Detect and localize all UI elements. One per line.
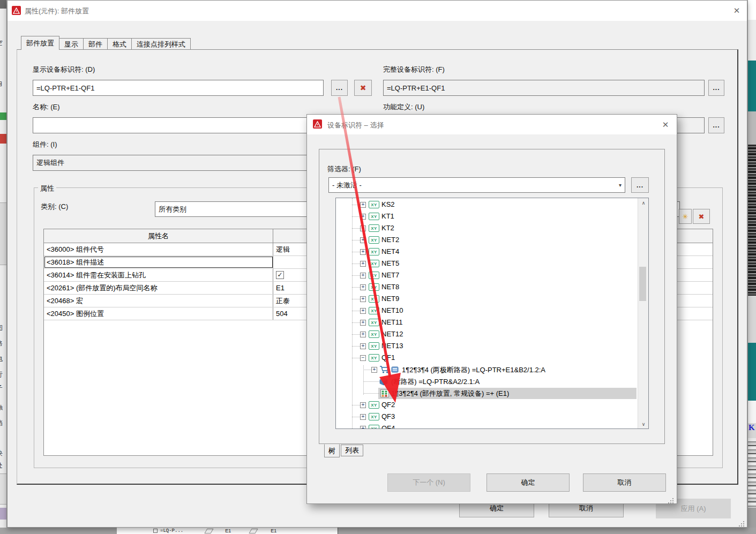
attribute-name-cell[interactable]: <36014> 组件需在安装面上钻孔 xyxy=(44,269,273,281)
tree-item[interactable]: −XYQF1 xyxy=(336,352,648,364)
background-left-green-icon xyxy=(0,112,6,120)
expand-plus-icon[interactable]: + xyxy=(360,414,366,420)
background-right-teal2 xyxy=(748,343,756,401)
property-new-button[interactable]: ✳ xyxy=(679,209,692,224)
expand-plus-icon[interactable]: + xyxy=(360,214,366,220)
tab-tree[interactable]: 树 xyxy=(324,444,340,457)
background-right-gray xyxy=(748,20,756,61)
tree-item-selected[interactable]: 1¶3¶2¶4 (部件放置, 常规设备) =+ (E1) xyxy=(336,388,648,400)
expand-plus-icon[interactable]: + xyxy=(360,332,366,337)
tree-item[interactable]: +XYQF2 xyxy=(336,400,648,411)
tree-item-label: NET9 xyxy=(381,295,399,303)
scroll-down-button[interactable]: ∨ xyxy=(638,419,649,428)
tree-item[interactable]: +XYNET7 xyxy=(336,270,648,282)
tree-item[interactable]: +XYQF4 xyxy=(336,423,648,429)
main-close-icon[interactable]: ✕ xyxy=(731,5,743,16)
filter-dropdown[interactable]: - 未激活 - ▾ xyxy=(328,177,625,193)
popup-cancel-button[interactable]: 取消 xyxy=(583,473,666,492)
tree-item[interactable]: +XYKT2 xyxy=(336,223,648,235)
part-placement-grid-icon xyxy=(380,389,389,400)
tree-item[interactable]: +XYNET11 xyxy=(336,317,648,329)
full-dt-browse-button[interactable]: ... xyxy=(708,80,724,96)
attribute-name-cell[interactable]: <20261> (部件放置的)布局空间名称 xyxy=(44,282,273,294)
background-left-glyph: 处 xyxy=(0,461,7,470)
attribute-name-cell[interactable]: <20468> 宏 xyxy=(44,295,273,307)
expand-plus-icon[interactable]: + xyxy=(360,426,366,429)
tree-item-label: 1¶3¶2¶4 (部件放置, 常规设备) =+ (E1) xyxy=(391,389,509,398)
tree-item-label: 1¶2¶3¶4 (两极断路器) =LQ-PTR+E1&B2/1.2:A xyxy=(402,365,545,375)
popup-resize-grip[interactable] xyxy=(668,497,675,503)
tree-item[interactable]: +XYNET4 xyxy=(336,246,648,258)
component-input: 逻辑组件 xyxy=(33,155,331,171)
funcdef-browse-button[interactable]: ... xyxy=(708,117,724,133)
expand-plus-icon[interactable]: + xyxy=(360,402,366,408)
filter-browse-button[interactable]: ... xyxy=(631,177,649,193)
tab-2[interactable]: 显示 xyxy=(59,38,84,50)
expand-plus-icon[interactable]: + xyxy=(360,296,366,302)
popup-ok-button[interactable]: 确定 xyxy=(486,473,570,492)
category-value: 所有类别 xyxy=(159,205,186,214)
background-left-glyph: 自 xyxy=(0,79,7,88)
statusbar-checkbox[interactable] xyxy=(153,529,158,533)
expand-plus-icon[interactable]: + xyxy=(360,237,366,243)
expand-plus-icon[interactable]: + xyxy=(360,284,366,290)
tab-active-1[interactable]: 部件放置 xyxy=(21,36,59,50)
expand-plus-icon[interactable]: + xyxy=(360,202,366,208)
tree-item[interactable]: (断路器) =LQ-PTR&A2/2.1:A xyxy=(336,376,648,388)
tree-item[interactable]: +XYNET8 xyxy=(336,282,648,294)
display-dt-browse-button[interactable]: ... xyxy=(331,80,348,96)
attribute-name-cell[interactable]: <20450> 图例位置 xyxy=(44,307,273,320)
name-input[interactable] xyxy=(33,117,331,133)
expand-plus-icon[interactable]: + xyxy=(360,343,366,349)
collapse-minus-icon[interactable]: − xyxy=(360,355,366,361)
tree-item[interactable]: +1¶2¶3¶4 (两极断路器) =LQ-PTR+E1&B2/1.2:A xyxy=(336,364,648,376)
popup-title-bar[interactable]: 设备标识符 – 选择 ✕ xyxy=(307,115,677,134)
tree-connector xyxy=(352,264,360,264)
property-delete-button[interactable]: ✖ xyxy=(693,209,710,224)
main-title-bar[interactable]: 属性(元件): 部件放置 ✕ xyxy=(8,1,747,21)
statusbar-item-3: E1 xyxy=(271,528,276,533)
scroll-up-button[interactable]: ∧ xyxy=(638,198,649,207)
expand-plus-icon[interactable]: + xyxy=(371,367,377,373)
tab-list[interactable]: 列表 xyxy=(341,445,363,456)
attribute-name-cell[interactable]: <36000> 组件代号 xyxy=(44,243,273,255)
tree-item[interactable]: +XYQF3 xyxy=(336,411,648,423)
expand-plus-icon[interactable]: + xyxy=(360,273,366,279)
ok-label: 确定 xyxy=(490,503,504,513)
xy-structure-icon: XY xyxy=(369,330,379,338)
eplan-app-icon xyxy=(12,6,21,15)
expand-plus-icon[interactable]: + xyxy=(360,225,366,231)
tree-item[interactable]: +XYNET13 xyxy=(336,341,648,352)
expand-plus-icon[interactable]: + xyxy=(360,320,366,326)
tree-item[interactable]: +XYNET5 xyxy=(336,258,648,270)
header-property-name[interactable]: 属性名 xyxy=(44,229,273,243)
xy-structure-icon: XY xyxy=(369,248,379,255)
display-dt-input[interactable]: =LQ-PTR+E1-QF1 xyxy=(33,80,324,96)
display-dt-delete-button[interactable]: ✖ xyxy=(354,80,372,96)
main-resize-grip[interactable] xyxy=(739,520,745,526)
expand-plus-icon[interactable]: + xyxy=(360,308,366,314)
tree-item[interactable]: +XYNET12 xyxy=(336,329,648,341)
tree-item-label: NET12 xyxy=(381,330,403,338)
expand-plus-icon[interactable]: + xyxy=(360,249,366,255)
tree-item[interactable]: +XYKT1 xyxy=(336,211,648,223)
attribute-checkbox[interactable]: ✓ xyxy=(276,271,284,279)
tab-3[interactable]: 部件 xyxy=(84,38,108,50)
tree-item-label: KT1 xyxy=(381,212,394,220)
expand-plus-icon[interactable]: + xyxy=(360,261,366,267)
background-left-glyph: 触 xyxy=(0,403,7,412)
tree-item[interactable]: +XYNET2 xyxy=(336,235,648,246)
device-tree[interactable]: +XYKS2+XYKT1+XYKT2+XYNET2+XYNET4+XYNET5+… xyxy=(335,198,649,429)
tab-4[interactable]: 格式 xyxy=(108,38,132,50)
attribute-name-cell[interactable]: <36018> 组件描述 xyxy=(44,256,273,268)
tree-item[interactable]: +XYNET9 xyxy=(336,294,648,305)
scrollbar-thumb[interactable] xyxy=(639,267,646,301)
popup-close-icon[interactable]: ✕ xyxy=(660,119,671,130)
popup-next-button[interactable]: 下一个 (N) xyxy=(387,473,470,492)
tab-5[interactable]: 连接点排列样式 xyxy=(132,38,191,50)
tree-item[interactable]: +XYNET10 xyxy=(336,305,648,317)
xy-structure-icon: XY xyxy=(369,342,379,350)
tree-item-label: NET8 xyxy=(381,283,399,291)
tree-vertical-scrollbar[interactable]: ∧ ∨ xyxy=(638,198,649,428)
tree-item[interactable]: +XYKS2 xyxy=(336,199,648,211)
